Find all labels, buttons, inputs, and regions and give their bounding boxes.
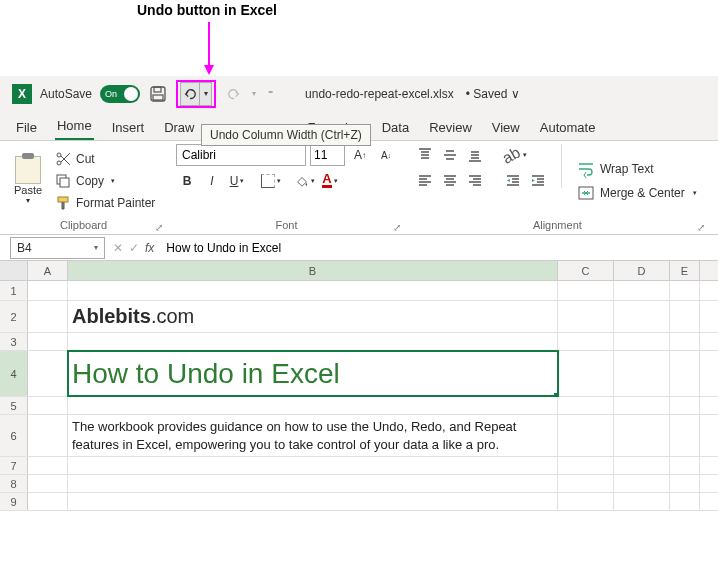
cell-B8[interactable]	[68, 475, 558, 492]
cell-D3[interactable]	[614, 333, 670, 350]
cell-E8[interactable]	[670, 475, 700, 492]
cell-E7[interactable]	[670, 457, 700, 474]
font-size-input[interactable]	[310, 144, 345, 166]
cell-C4[interactable]	[558, 351, 614, 396]
align-left-button[interactable]	[414, 170, 436, 192]
cell-D1[interactable]	[614, 281, 670, 300]
tab-automate[interactable]: Automate	[538, 115, 598, 140]
tab-view[interactable]: View	[490, 115, 522, 140]
cell-D7[interactable]	[614, 457, 670, 474]
cell-B7[interactable]	[68, 457, 558, 474]
cell-E6[interactable]	[670, 415, 700, 456]
tab-draw[interactable]: Draw	[162, 115, 196, 140]
fx-button[interactable]: fx	[145, 241, 154, 255]
cell-A4[interactable]	[28, 351, 68, 396]
cell-C1[interactable]	[558, 281, 614, 300]
cell-B9[interactable]	[68, 493, 558, 510]
align-top-button[interactable]	[414, 144, 436, 166]
col-header-B[interactable]: B	[68, 261, 558, 280]
underline-button[interactable]: U▾	[226, 170, 248, 192]
cell-C2[interactable]	[558, 301, 614, 332]
fill-handle[interactable]	[554, 393, 558, 396]
qat-customize[interactable]: ⁼	[264, 88, 277, 99]
paste-button[interactable]: Paste ▾	[8, 144, 48, 217]
row-header-4[interactable]: 4	[0, 351, 28, 396]
wrap-text-button[interactable]: Wrap Text	[574, 159, 701, 179]
tab-insert[interactable]: Insert	[110, 115, 147, 140]
increase-indent-button[interactable]	[527, 170, 549, 192]
saved-status[interactable]: • Saved ∨	[466, 87, 520, 101]
bold-button[interactable]: B	[176, 170, 198, 192]
cell-E4[interactable]	[670, 351, 700, 396]
cell-B3[interactable]	[68, 333, 558, 350]
tab-file[interactable]: File	[14, 115, 39, 140]
autosave-toggle[interactable]: On	[100, 85, 140, 103]
format-painter-button[interactable]: Format Painter	[52, 193, 158, 213]
cell-A9[interactable]	[28, 493, 68, 510]
cell-E3[interactable]	[670, 333, 700, 350]
cell-A5[interactable]	[28, 397, 68, 414]
align-middle-button[interactable]	[439, 144, 461, 166]
align-right-button[interactable]	[464, 170, 486, 192]
cell-D9[interactable]	[614, 493, 670, 510]
cut-button[interactable]: Cut	[52, 149, 158, 169]
font-color-button[interactable]: A▾	[319, 170, 341, 192]
align-center-button[interactable]	[439, 170, 461, 192]
tab-data[interactable]: Data	[380, 115, 411, 140]
cell-D5[interactable]	[614, 397, 670, 414]
cell-B4[interactable]: How to Undo in Excel	[68, 351, 558, 396]
document-title[interactable]: undo-redo-repeat-excel.xlsx	[305, 87, 454, 101]
borders-button[interactable]: ▾	[260, 170, 282, 192]
tab-review[interactable]: Review	[427, 115, 474, 140]
col-header-C[interactable]: C	[558, 261, 614, 280]
cell-C6[interactable]	[558, 415, 614, 456]
cell-E5[interactable]	[670, 397, 700, 414]
select-all-corner[interactable]	[0, 261, 28, 280]
cell-C5[interactable]	[558, 397, 614, 414]
row-header-7[interactable]: 7	[0, 457, 28, 474]
undo-dropdown[interactable]: ▾	[200, 82, 212, 106]
alignment-launcher[interactable]: ⤢	[697, 222, 705, 233]
decrease-font-button[interactable]: A↓	[375, 144, 397, 166]
save-icon[interactable]	[148, 84, 168, 104]
cell-E9[interactable]	[670, 493, 700, 510]
formula-input[interactable]	[158, 238, 718, 258]
enter-formula-icon[interactable]: ✓	[129, 241, 139, 255]
col-header-E[interactable]: E	[670, 261, 700, 280]
cell-B2[interactable]: Ablebits.com	[68, 301, 558, 332]
cancel-formula-icon[interactable]: ✕	[113, 241, 123, 255]
row-header-1[interactable]: 1	[0, 281, 28, 300]
merge-center-button[interactable]: Merge & Center ▾	[574, 183, 701, 203]
cell-A2[interactable]	[28, 301, 68, 332]
row-header-5[interactable]: 5	[0, 397, 28, 414]
row-header-6[interactable]: 6	[0, 415, 28, 456]
col-header-A[interactable]: A	[28, 261, 68, 280]
cell-C3[interactable]	[558, 333, 614, 350]
font-name-input[interactable]	[176, 144, 306, 166]
cell-D4[interactable]	[614, 351, 670, 396]
cell-A6[interactable]	[28, 415, 68, 456]
increase-font-button[interactable]: A↑	[349, 144, 371, 166]
col-header-D[interactable]: D	[614, 261, 670, 280]
redo-button[interactable]	[224, 84, 244, 104]
cell-A3[interactable]	[28, 333, 68, 350]
orientation-button[interactable]: ab▾	[502, 144, 524, 166]
fill-color-button[interactable]: ▾	[294, 170, 316, 192]
redo-dropdown[interactable]: ▾	[252, 89, 256, 98]
align-bottom-button[interactable]	[464, 144, 486, 166]
decrease-indent-button[interactable]	[502, 170, 524, 192]
clipboard-launcher[interactable]: ⤢	[155, 222, 163, 233]
cell-B6[interactable]: The workbook provides guidance on how to…	[68, 415, 558, 456]
font-launcher[interactable]: ⤢	[393, 222, 401, 233]
cell-E2[interactable]	[670, 301, 700, 332]
undo-button[interactable]	[180, 82, 200, 106]
copy-button[interactable]: Copy ▾	[52, 171, 158, 191]
row-header-2[interactable]: 2	[0, 301, 28, 332]
cell-D2[interactable]	[614, 301, 670, 332]
cell-A1[interactable]	[28, 281, 68, 300]
row-header-9[interactable]: 9	[0, 493, 28, 510]
cell-E1[interactable]	[670, 281, 700, 300]
cell-C9[interactable]	[558, 493, 614, 510]
cell-D8[interactable]	[614, 475, 670, 492]
tab-home[interactable]: Home	[55, 113, 94, 140]
